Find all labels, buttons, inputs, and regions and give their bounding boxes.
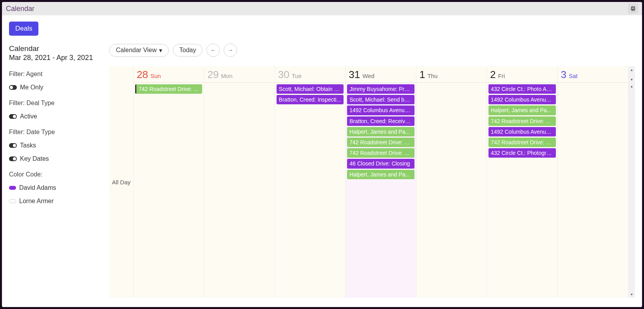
- day-number: 30: [278, 69, 289, 81]
- calendar-event[interactable]: 1492 Columbus Avenue:...: [488, 127, 555, 136]
- day-header[interactable]: 30Tue: [275, 66, 345, 83]
- calendar-event[interactable]: 1492 Columbus Avenue:...: [347, 105, 414, 115]
- arrow-right-icon: →: [228, 47, 233, 53]
- calendar: All Day 28Sun742 Roadstreet Drive: C...2…: [109, 66, 635, 298]
- calendar-event[interactable]: Halpert, James and Pa...: [488, 105, 555, 115]
- date-range: Mar 28, 2021 - Apr 3, 2021: [9, 54, 107, 62]
- calendar-event[interactable]: Halpert, James and Pa...: [347, 170, 414, 179]
- day-column: 2Fri432 Circle Ct.: Photo Ap...1492 Colu…: [487, 66, 557, 298]
- day-body: [204, 83, 274, 298]
- me-only-toggle[interactable]: [9, 85, 17, 90]
- day-header[interactable]: 28Sun: [134, 66, 204, 83]
- colorcode-label: Color Code:: [9, 171, 107, 178]
- active-label: Active: [20, 113, 37, 120]
- print-button[interactable]: [628, 4, 638, 14]
- filter-dealtype-label: Filter: Deal Type: [9, 100, 107, 107]
- day-column: 29Mon: [204, 66, 275, 298]
- day-name: Fri: [498, 73, 505, 79]
- tasks-toggle[interactable]: [9, 143, 17, 148]
- legend-row[interactable]: Lorne Armer: [9, 198, 107, 205]
- tasks-label: Tasks: [20, 142, 36, 149]
- time-column: All Day: [109, 66, 134, 298]
- print-icon: [630, 6, 636, 11]
- day-number: 3: [561, 69, 566, 81]
- day-header[interactable]: 2Fri: [487, 66, 557, 83]
- day-number: 29: [207, 69, 219, 81]
- calendar-event[interactable]: Scott, Michael: Send bu...: [347, 95, 414, 104]
- day-body: Jimmy Buysahome: Pre...Scott, Michael: S…: [346, 83, 416, 298]
- day-body: [558, 83, 628, 298]
- deals-button[interactable]: Deals: [9, 22, 38, 36]
- view-label: Calendar View: [116, 47, 157, 54]
- day-name: Sun: [150, 73, 161, 79]
- legend-dot: [9, 199, 16, 203]
- calendar-body-scroll[interactable]: ▴▾: [628, 83, 635, 298]
- day-column: 3Sat: [558, 66, 628, 298]
- day-number: 1: [420, 69, 425, 81]
- keydates-toggle[interactable]: [9, 156, 17, 161]
- today-label: Today: [179, 47, 196, 54]
- calendar-event[interactable]: 432 Circle Ct.: Photo Ap...: [488, 84, 555, 94]
- days-container: 28Sun742 Roadstreet Drive: C...29Mon30Tu…: [134, 66, 628, 298]
- calendar-event[interactable]: 432 Circle Ct.: Photogra...: [488, 148, 555, 158]
- scroll-down-icon: ▾: [631, 292, 633, 296]
- chevron-down-icon: ▾: [159, 47, 162, 54]
- arrow-left-icon: ←: [210, 47, 216, 53]
- calendar-event[interactable]: Bratton, Creed: Inspecti...: [277, 95, 344, 104]
- day-body: [416, 83, 487, 298]
- day-body: 742 Roadstreet Drive: C...: [134, 83, 204, 298]
- day-body: Scott, Michael: Obtain P...Bratton, Cree…: [275, 83, 345, 298]
- scroll-up-icon: ▴: [631, 67, 633, 72]
- filter-agent-label: Filter: Agent: [9, 71, 107, 78]
- day-header[interactable]: 31Wed: [346, 66, 416, 83]
- day-header[interactable]: 3Sat: [558, 66, 628, 83]
- legend-name: Lorne Armer: [19, 198, 54, 205]
- window-title: Calendar: [6, 5, 34, 13]
- day-name: Mon: [221, 73, 232, 79]
- calendar-event[interactable]: Bratton, Creed: Receive ...: [347, 116, 414, 126]
- calendar-event[interactable]: 1492 Columbus Avenue:...: [488, 95, 555, 104]
- day-number: 28: [137, 69, 148, 81]
- legend-row[interactable]: David Adams: [9, 184, 107, 191]
- calendar-event[interactable]: 46 Closed Drive: Closing: [347, 159, 414, 168]
- page-title: Calendar: [9, 44, 107, 53]
- titlebar: Calendar: [2, 2, 642, 15]
- day-number: 31: [349, 69, 360, 81]
- day-column: 30TueScott, Michael: Obtain P...Bratton,…: [275, 66, 346, 298]
- day-header[interactable]: 1Thu: [416, 66, 487, 83]
- filter-datetype-label: Filter: Date Type: [9, 129, 107, 136]
- day-name: Tue: [292, 73, 302, 79]
- day-header[interactable]: 29Mon: [204, 66, 274, 83]
- active-toggle[interactable]: [9, 114, 17, 119]
- day-number: 2: [490, 69, 496, 81]
- calendar-head-scroll[interactable]: ▴ ▾: [628, 66, 635, 83]
- allday-label: All Day: [112, 179, 131, 185]
- day-name: Sat: [569, 73, 578, 79]
- prev-button[interactable]: ←: [206, 44, 220, 57]
- view-dropdown[interactable]: Calendar View ▾: [109, 44, 169, 57]
- controls: Calendar View ▾ Today ← →: [109, 44, 635, 57]
- calendar-event[interactable]: 742 Roadstreet Drive: Ti...: [347, 148, 414, 158]
- day-column: 1Thu: [416, 66, 487, 298]
- today-button[interactable]: Today: [173, 44, 203, 56]
- calendar-event[interactable]: 742 Roadstreet Drive: C...: [135, 84, 202, 94]
- keydates-label: Key Dates: [20, 155, 49, 162]
- day-column: 31WedJimmy Buysahome: Pre...Scott, Micha…: [346, 66, 416, 298]
- legend-dot: [9, 186, 16, 190]
- me-only-label: Me Only: [20, 84, 43, 91]
- day-column: 28Sun742 Roadstreet Drive: C...: [134, 66, 204, 298]
- legend-name: David Adams: [19, 184, 56, 191]
- main: Calendar View ▾ Today ← →: [107, 21, 635, 298]
- scroll-down-icon: ▾: [631, 77, 633, 82]
- day-body: 432 Circle Ct.: Photo Ap...1492 Columbus…: [487, 83, 557, 298]
- day-name: Thu: [427, 73, 438, 79]
- calendar-event[interactable]: Jimmy Buysahome: Pre...: [347, 84, 414, 94]
- calendar-event[interactable]: Scott, Michael: Obtain P...: [277, 84, 344, 94]
- sidebar: Deals Calendar Mar 28, 2021 - Apr 3, 202…: [9, 21, 107, 298]
- next-button[interactable]: →: [224, 44, 237, 57]
- calendar-event[interactable]: 742 Roadstreet Drive: E...: [488, 116, 555, 126]
- calendar-event[interactable]: 742 Roadstreet Drive: O...: [347, 138, 414, 147]
- calendar-event[interactable]: 742 Roadstreet Drive: E...: [488, 138, 555, 147]
- scroll-up-icon: ▴: [631, 84, 633, 88]
- calendar-event[interactable]: Halpert, James and Pa...: [347, 127, 414, 136]
